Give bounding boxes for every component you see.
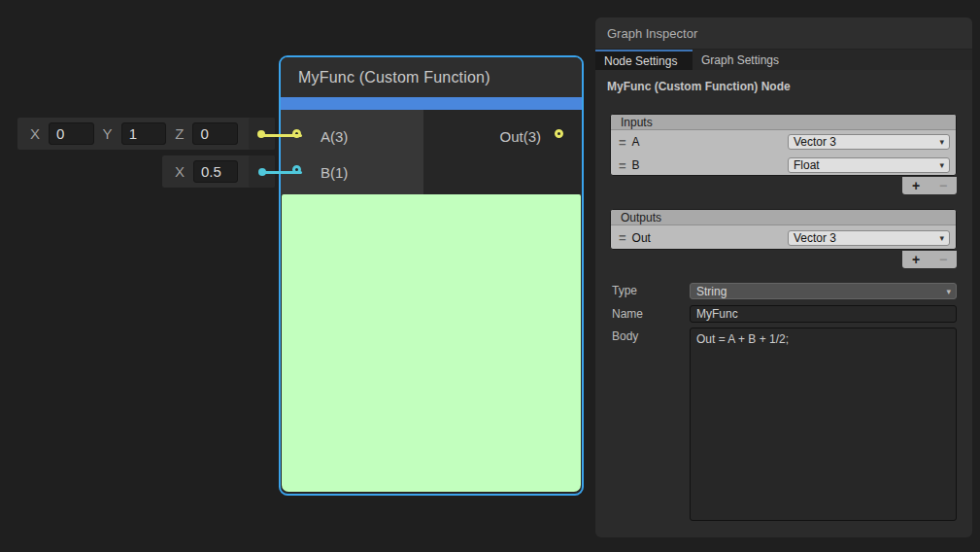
port-label-out: Out(3) <box>499 128 541 145</box>
x-axis-label: X <box>175 163 185 180</box>
output-type-value: Vector 3 <box>794 231 836 245</box>
input-b-type-dropdown[interactable]: Float ▾ <box>788 157 950 173</box>
type-value: String <box>696 285 727 298</box>
type-dropdown[interactable]: String ▾ <box>690 283 957 299</box>
tab-graph-settings-label: Graph Settings <box>701 53 779 67</box>
body-field[interactable]: Out = A + B + 1/2; <box>690 328 957 521</box>
inputs-list-header: Inputs <box>611 115 956 130</box>
input-a-type-value: Vector 3 <box>794 135 836 149</box>
name-label: Name <box>612 307 643 321</box>
chevron-down-icon: ▾ <box>939 137 944 147</box>
list-item[interactable]: = A Vector 3 ▾ <box>611 130 956 154</box>
tab-node-settings-label: Node Settings <box>604 54 677 68</box>
tab-node-settings[interactable]: Node Settings <box>595 50 693 70</box>
output-type-dropdown[interactable]: Vector 3 ▾ <box>788 230 950 246</box>
input-b-type-value: Float <box>794 158 820 172</box>
z-axis-label: Z <box>175 125 184 142</box>
outputs-list-header: Outputs <box>611 210 956 225</box>
z-value-field[interactable]: 0 <box>192 122 238 145</box>
node-category-bar <box>281 97 582 110</box>
node-input-zone <box>281 110 423 194</box>
node-preview[interactable] <box>282 194 581 492</box>
drag-handle-icon[interactable]: = <box>619 135 625 150</box>
input-name: B <box>632 158 640 172</box>
drag-handle-icon[interactable]: = <box>619 230 625 245</box>
tab-graph-settings[interactable]: Graph Settings <box>693 50 793 70</box>
name-field[interactable]: MyFunc <box>690 305 957 323</box>
y-value-field[interactable]: 1 <box>121 122 167 145</box>
x-value-field[interactable]: 0 <box>49 122 94 145</box>
chevron-down-icon: ▾ <box>939 233 944 243</box>
float-input-node[interactable]: X 0.5 <box>162 155 275 188</box>
inspector-title: Graph Inspector <box>607 26 697 41</box>
y-axis-label: Y <box>103 125 113 142</box>
body-label: Body <box>612 329 638 343</box>
inputs-list-title: Inputs <box>621 116 653 129</box>
chevron-down-icon: ▾ <box>939 160 944 170</box>
output-name: Out <box>632 231 651 245</box>
list-item[interactable]: = B Float ▾ <box>611 154 956 176</box>
remove-input-button[interactable]: − <box>939 178 947 193</box>
inspector-title-bar[interactable]: Graph Inspector <box>595 17 972 50</box>
inputs-list: Inputs = A Vector 3 ▾ = B Float ▾ <box>610 114 957 176</box>
selected-node-label: MyFunc (Custom Function) Node <box>607 80 791 93</box>
float-value-field[interactable]: 0.5 <box>193 160 238 183</box>
chevron-down-icon: ▾ <box>946 287 951 296</box>
inspector-tab-bar: Node Settings Graph Settings <box>595 50 972 70</box>
edge-float-to-b[interactable] <box>261 171 302 174</box>
x-axis-label: X <box>30 125 40 142</box>
drag-handle-icon[interactable]: = <box>619 158 625 173</box>
add-input-button[interactable]: + <box>912 178 920 193</box>
remove-output-button[interactable]: − <box>939 252 947 267</box>
list-item[interactable]: = Out Vector 3 ▾ <box>611 225 956 250</box>
port-out[interactable] <box>555 129 563 138</box>
port-label-b: B(1) <box>321 164 348 181</box>
outputs-list: Outputs = Out Vector 3 ▾ <box>610 209 957 250</box>
port-label-a: A(3) <box>321 128 348 145</box>
outputs-list-title: Outputs <box>621 211 661 224</box>
add-output-button[interactable]: + <box>912 252 920 267</box>
type-label: Type <box>612 284 637 297</box>
input-name: A <box>632 135 640 149</box>
node-port-area: A(3) B(1) Out(3) <box>281 110 582 194</box>
inputs-list-footer: + − <box>902 177 957 194</box>
node-title: MyFunc (Custom Function) <box>298 69 490 86</box>
input-a-type-dropdown[interactable]: Vector 3 ▾ <box>788 134 950 150</box>
outputs-list-footer: + − <box>902 251 957 268</box>
vector3-input-node[interactable]: X 0 Y 1 Z 0 <box>17 118 275 150</box>
edge-vector3-to-a[interactable] <box>261 134 302 137</box>
node-title-bar[interactable]: MyFunc (Custom Function) <box>281 57 582 97</box>
graph-inspector-panel: Graph Inspector Node Settings Graph Sett… <box>595 17 972 537</box>
custom-function-node[interactable]: MyFunc (Custom Function) A(3) B(1) Out(3… <box>279 55 584 496</box>
